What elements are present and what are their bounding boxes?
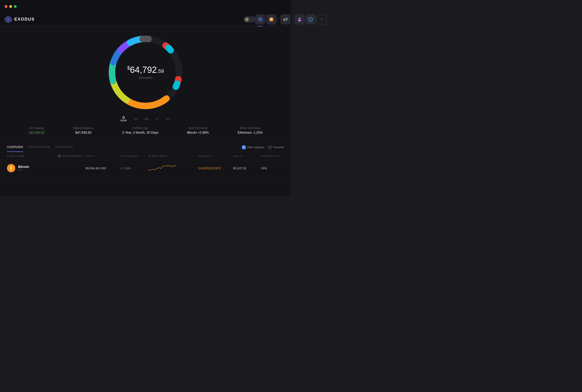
nav-exchange-button[interactable] [280,14,290,24]
exodus-logo-icon [5,16,12,23]
btc-price: $9,364.48 USD [86,166,120,170]
col-apy-info-icon: ? [58,154,61,158]
tab-overview[interactable]: OVERVIEW [7,145,23,152]
filter-favorite[interactable]: Favorite [268,146,284,149]
table-area: OVERVIEW PRICE ACTION PORTFOLIO With bal… [0,142,291,176]
col-apy-label: APY REWARDS [62,155,82,158]
portfolio-sort-icon: ⇕ [281,155,283,157]
close-button[interactable] [5,5,8,8]
stat-worst-value: Ethereum -1,25% [238,131,263,134]
maximize-button[interactable] [14,5,17,8]
table-tabs: OVERVIEW PRICE ACTION PORTFOLIO With bal… [0,142,291,152]
svg-marker-1 [6,18,10,22]
btc-value: $5,637.91 [233,166,261,170]
col-asset-name[interactable]: ASSET NAME ⇕ [7,154,58,158]
col-trend-label: 30 DAY TREND [148,155,168,158]
stat-portfolio-age: Portfolio Age 2 Year, 3 Month, 30 Days [122,126,158,134]
lock-icon: 🔒 [244,17,249,22]
tab-price-action[interactable]: PRICE ACTION [29,145,50,152]
stat-highest-value: $47,839.82 [73,131,94,134]
balance-sort-icon: ⇕ [212,155,214,157]
logo-area: EXODUS [5,16,35,23]
btc-trend [148,164,198,173]
stat-highest-label: Highest Balance [73,126,94,130]
stat-24h-label: 24h Change [28,126,44,130]
btc-icon: ₿ [7,164,15,172]
stat-24h-value: +$2,930.03 [28,131,44,134]
total-amount: 64,792 [130,65,157,75]
stat-best-asset: Best 24H Asset Bitcoin +2.89% [187,126,209,134]
time-now[interactable]: NOW [120,116,127,122]
main-content: $64,792.59 10 Assets NOW 1M 6M 1Y ALL 24… [0,26,291,196]
stat-best-value: Bitcoin +2.89% [187,131,209,134]
stats-row: 24h Change +$2,930.03 Highest Balance $4… [0,124,291,139]
donut-chart: $64,792.59 10 Assets [106,33,185,112]
asset-info-btc: Bitcoin BTC [18,165,29,171]
tab-portfolio[interactable]: PORTFOLIO [56,145,73,152]
apy-sort-icon: ⇕ [83,155,85,157]
btc-balance: 0.60205315 BTC [198,166,233,170]
table-row[interactable]: ₿ Bitcoin BTC $9,364.48 USD +7.14% 0.602… [0,160,291,176]
col-price-label: PRICE [86,155,94,158]
table-filters: With balance Favorite [242,146,284,152]
24h-sort-icon: ⇕ [138,155,141,157]
portfolio-total: $64,792.59 [127,65,164,75]
nav-center: + + [255,14,291,24]
time-now-dot [122,116,125,119]
col-balance[interactable]: BALANCE ⇕ [198,154,233,158]
stat-age-value: 2 Year, 3 Month, 30 Days [122,131,158,134]
col-price[interactable]: PRICE ⇕ [86,154,120,158]
col-30-day-trend: 30 DAY TREND [148,154,198,158]
value-sort-icon: ⇕ [243,155,245,157]
col-portfolio-label: PORTFOLIO % [261,155,280,158]
svg-rect-9 [270,18,272,20]
nav-separator-1 [278,16,278,23]
col-apy-rewards[interactable]: ? APY REWARDS ⇕ [58,154,86,158]
total-cents: .59 [157,68,164,74]
time-selector: NOW 1M 6M 1Y ALL [120,114,170,124]
dollar-sign: $ [127,65,130,71]
nav-nft-button[interactable] [266,14,276,24]
col-value-label: VALUE [233,155,242,158]
time-all-button[interactable]: ALL [166,116,170,122]
time-1m-button[interactable]: 1M [134,116,138,122]
svg-point-4 [260,19,261,20]
btc-sparkline [148,164,176,173]
col-portfolio-pct[interactable]: PORTFOLIO % ⇕ [261,154,284,158]
logo-text: EXODUS [14,17,35,22]
stat-highest-balance: Highest Balance $47,839.82 [73,126,94,134]
topnav: EXODUS [0,13,291,26]
asset-count: 10 Assets [127,76,164,80]
stat-worst-asset: Worst 24H Asset Ethereum -1,25% [238,126,263,134]
btc-change: +7.14% [120,166,148,170]
col-value[interactable]: VALUE ⇕ [233,154,261,158]
filter-with-balance[interactable]: With balance [242,146,264,149]
btc-name: Bitcoin [18,165,29,168]
titlebar [0,0,291,13]
nav-portfolio-button[interactable] [255,14,265,24]
btc-portfolio-pct: 33% [261,166,284,170]
stat-24h-change: 24h Change +$2,930.03 [28,126,44,134]
time-1y-button[interactable]: 1Y [155,116,159,122]
svg-rect-10 [270,20,272,20]
lock-toggle[interactable]: 🔒 [244,16,256,22]
col-24h-label: 24H CHANGE [120,155,138,158]
price-sort-icon: ⇕ [95,155,97,157]
stat-worst-label: Worst 24H Asset [238,126,263,130]
col-asset-name-label: ASSET NAME [7,155,24,158]
with-balance-checkbox[interactable] [242,146,246,149]
asset-name-sort-icon: ⇕ [26,155,28,157]
minimize-button[interactable] [9,5,12,8]
btc-ticker: BTC [18,168,29,171]
with-balance-label: With balance [247,146,264,149]
asset-cell-btc: ₿ Bitcoin BTC [7,164,58,172]
time-6m-button[interactable]: 6M [144,116,148,122]
table-header: ASSET NAME ⇕ ? APY REWARDS ⇕ PRICE ⇕ 24H… [0,152,291,160]
stat-age-label: Portfolio Age [122,126,158,130]
col-balance-label: BALANCE [198,155,211,158]
favorite-checkbox[interactable] [268,146,272,149]
col-24h-change[interactable]: 24H CHANGE ⇕ [120,154,148,158]
traffic-lights [5,5,17,8]
chart-area: $64,792.59 10 Assets NOW 1M 6M 1Y ALL 24… [0,26,291,142]
donut-center: $64,792.59 10 Assets [127,65,164,80]
